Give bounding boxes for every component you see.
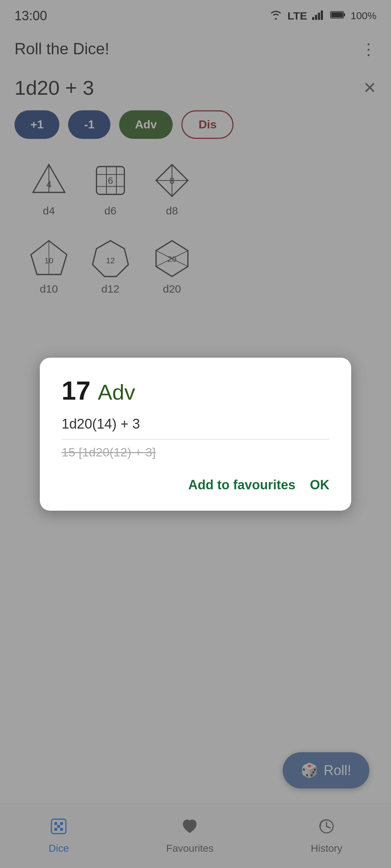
dialog-formula: 1d20(14) + 3 — [62, 416, 329, 439]
result-dialog: 17 Adv 1d20(14) + 3 15 [1d20(12) + 3] Ad… — [40, 358, 351, 511]
dialog-result-number: 17 — [62, 376, 91, 405]
add-favourites-button[interactable]: Add to favourites — [188, 474, 295, 496]
dialog-prev-result: 15 [1d20(12) + 3] — [62, 445, 329, 459]
dialog-adv-tag: Adv — [98, 380, 135, 405]
ok-button[interactable]: OK — [310, 474, 329, 496]
dialog-actions: Add to favourites OK — [62, 474, 329, 496]
dialog-result-row: 17 Adv — [62, 376, 329, 405]
dialog-overlay: 17 Adv 1d20(14) + 3 15 [1d20(12) + 3] Ad… — [0, 0, 391, 868]
